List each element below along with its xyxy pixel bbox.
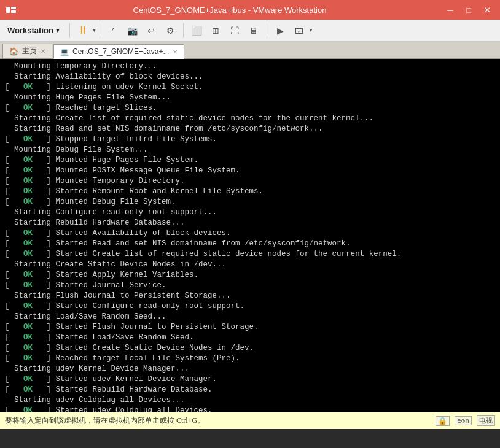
vm-toolbar-group: ⎖ 📷 ↩ ⚙ bbox=[104, 22, 179, 39]
fit-dropdown-arrow: ▼ bbox=[309, 28, 312, 34]
unity-view-button[interactable]: ⊞ bbox=[206, 22, 225, 39]
toolbar-separator bbox=[69, 23, 70, 38]
toolbar-sep3 bbox=[183, 23, 184, 38]
workstation-label: Workstation bbox=[7, 26, 53, 35]
dropdown-arrow-small: ▼ bbox=[93, 28, 96, 34]
tab-home-close[interactable]: ✕ bbox=[41, 48, 45, 55]
tab-home[interactable]: 🏠 主页 ✕ bbox=[2, 44, 52, 58]
send-ctrlaltdel-button[interactable]: ⎖ bbox=[104, 22, 122, 39]
playback-toolbar-group: ⏸ ▼ bbox=[74, 22, 96, 39]
title-bar-left bbox=[5, 4, 17, 16]
snapshot-button[interactable]: 📷 bbox=[123, 22, 141, 39]
status-bar: 要将输入定向到该虚拟机，请在虚拟机内部单击或按 Ctrl+G。 🔒 e⊙n 电视 bbox=[0, 412, 500, 429]
multimon-button[interactable]: 🖥 bbox=[244, 22, 263, 39]
home-icon: 🏠 bbox=[9, 47, 18, 56]
tabs-bar: 🏠 主页 ✕ 💻 CentOS_7_GNOME+Java+... ✕ bbox=[0, 42, 500, 59]
console-button[interactable]: ▶ bbox=[271, 22, 289, 39]
menu-bar: Workstation ▼ ⏸ ▼ ⎖ 📷 ↩ ⚙ ⬜ ⊞ ⛶ 🖥 ▶ ↔ ▼ bbox=[0, 20, 500, 42]
svg-rect-2 bbox=[11, 7, 16, 9]
tab-vm-close[interactable]: ✕ bbox=[173, 48, 178, 55]
toolbar-sep2 bbox=[100, 23, 100, 38]
fullscreen-button[interactable]: ⛶ bbox=[225, 22, 244, 39]
title-bar-controls: ─ □ ✕ bbox=[442, 4, 495, 16]
vm-tab-icon: 💻 bbox=[60, 48, 69, 56]
power-icon: 电视 bbox=[477, 415, 495, 426]
restore-button[interactable]: □ bbox=[461, 4, 477, 16]
console-area[interactable]: Mounting Temporary Directory... Starting… bbox=[0, 59, 500, 412]
console-output: Mounting Temporary Directory... Starting… bbox=[0, 59, 500, 412]
tab-vm[interactable]: 💻 CentOS_7_GNOME+Java+... ✕ bbox=[53, 44, 184, 59]
status-right-icons: 🔒 e⊙n 电视 bbox=[436, 415, 495, 426]
minimize-button[interactable]: ─ bbox=[442, 4, 458, 16]
title-bar-title: CentOS_7_GNOME+Java+ibus - VMware Workst… bbox=[17, 6, 442, 15]
svg-rect-1 bbox=[6, 7, 10, 13]
fit-button[interactable]: ↔ bbox=[290, 22, 308, 39]
toolbar-sep4 bbox=[267, 23, 267, 38]
console-toolbar-group: ▶ ↔ ▼ bbox=[271, 22, 312, 39]
settings-button[interactable]: ⚙ bbox=[161, 22, 179, 39]
revert-button[interactable]: ↩ bbox=[142, 22, 160, 39]
normal-view-button[interactable]: ⬜ bbox=[187, 22, 206, 39]
close-button[interactable]: ✕ bbox=[479, 4, 495, 16]
workstation-menu[interactable]: Workstation ▼ bbox=[2, 23, 66, 37]
status-text: 要将输入定向到该虚拟机，请在虚拟机内部单击或按 Ctrl+G。 bbox=[5, 415, 205, 426]
tab-home-label: 主页 bbox=[22, 46, 37, 56]
pause-button[interactable]: ⏸ bbox=[74, 22, 92, 39]
svg-rect-3 bbox=[11, 10, 16, 13]
tab-vm-label: CentOS_7_GNOME+Java+... bbox=[72, 47, 169, 56]
dropdown-arrow-icon: ▼ bbox=[55, 27, 61, 34]
screen-icon: e⊙n bbox=[455, 416, 472, 425]
vmware-icon bbox=[5, 4, 17, 16]
title-bar: CentOS_7_GNOME+Java+ibus - VMware Workst… bbox=[0, 0, 500, 20]
lock-icon: 🔒 bbox=[436, 416, 450, 426]
view-toolbar-group: ⬜ ⊞ ⛶ 🖥 bbox=[187, 22, 263, 39]
